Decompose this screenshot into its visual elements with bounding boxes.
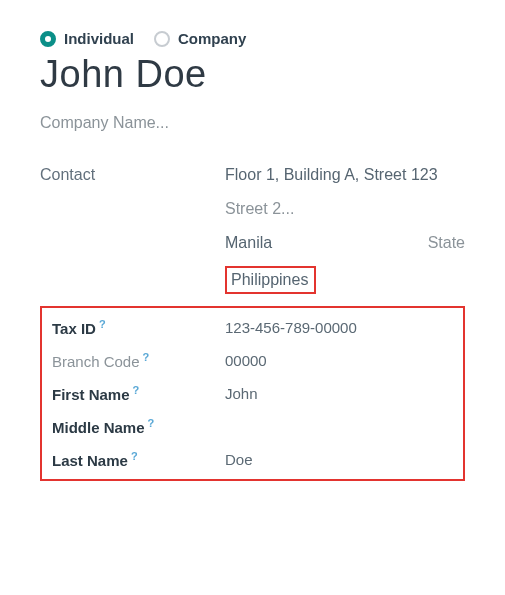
tax-id-row: Tax ID? 123-456-789-00000 [52, 318, 453, 337]
middle-name-label: Middle Name? [52, 417, 225, 436]
branch-code-row: Branch Code? 00000 [52, 351, 453, 370]
radio-individual[interactable]: Individual [40, 30, 134, 47]
last-name-row: Last Name? Doe [52, 450, 453, 469]
contact-name-title[interactable]: John Doe [40, 53, 465, 96]
first-name-row: First Name? John [52, 384, 453, 403]
state-field[interactable]: State [428, 234, 465, 252]
street1-field[interactable]: Floor 1, Building A, Street 123 [225, 166, 465, 184]
street2-field[interactable]: Street 2... [225, 200, 465, 218]
contact-label: Contact [40, 166, 225, 184]
branch-code-label-text: Branch Code [52, 353, 140, 370]
last-name-value[interactable]: Doe [225, 451, 453, 468]
help-icon[interactable]: ? [133, 384, 140, 396]
last-name-label-text: Last Name [52, 452, 128, 469]
first-name-value[interactable]: John [225, 385, 453, 402]
middle-name-row: Middle Name? [52, 417, 453, 436]
tax-id-label: Tax ID? [52, 318, 225, 337]
help-icon[interactable]: ? [131, 450, 138, 462]
radio-individual-label: Individual [64, 30, 134, 47]
radio-company-label: Company [178, 30, 246, 47]
middle-name-label-text: Middle Name [52, 419, 145, 436]
radio-selected-icon [40, 31, 56, 47]
tax-id-label-text: Tax ID [52, 320, 96, 337]
highlighted-fields-box: Tax ID? 123-456-789-00000 Branch Code? 0… [40, 306, 465, 481]
company-name-field[interactable]: Company Name... [40, 114, 465, 132]
first-name-label: First Name? [52, 384, 225, 403]
tax-id-value[interactable]: 123-456-789-00000 [225, 319, 453, 336]
city-field[interactable]: Manila [225, 234, 272, 252]
radio-company[interactable]: Company [154, 30, 246, 47]
radio-unselected-icon [154, 31, 170, 47]
country-field[interactable]: Philippines [225, 266, 316, 294]
help-icon[interactable]: ? [143, 351, 150, 363]
last-name-label: Last Name? [52, 450, 225, 469]
branch-code-value[interactable]: 00000 [225, 352, 453, 369]
help-icon[interactable]: ? [148, 417, 155, 429]
address-block: Floor 1, Building A, Street 123 Street 2… [225, 166, 465, 300]
contact-type-selector: Individual Company [40, 30, 465, 47]
contact-address-block: Contact Floor 1, Building A, Street 123 … [40, 166, 465, 300]
branch-code-label: Branch Code? [52, 351, 225, 370]
help-icon[interactable]: ? [99, 318, 106, 330]
first-name-label-text: First Name [52, 386, 130, 403]
